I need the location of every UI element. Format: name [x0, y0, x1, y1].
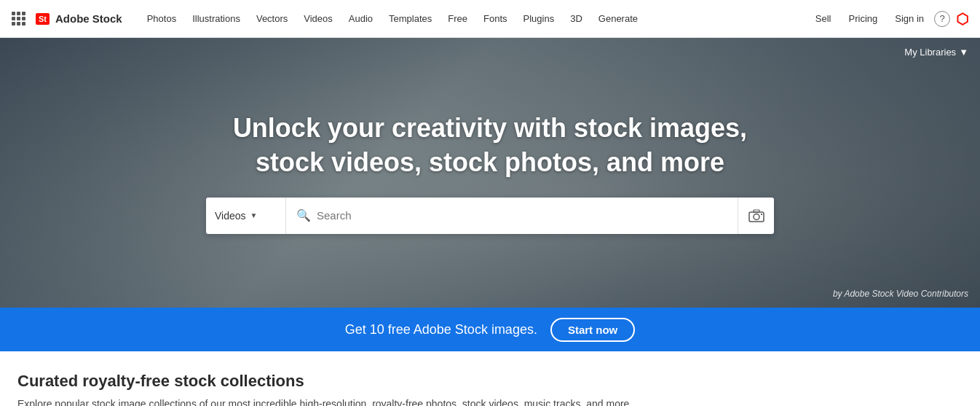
nav-plugins[interactable]: Plugins	[516, 9, 562, 28]
adobe-logo-icon[interactable]: ⬡	[956, 10, 968, 28]
search-input-area: 🔍	[286, 208, 738, 222]
svg-rect-2	[754, 210, 759, 212]
hero-content: Unlock your creativity with stock images…	[206, 112, 774, 234]
nav-audio[interactable]: Audio	[341, 9, 380, 28]
curated-title: Curated royalty-free stock collections	[17, 372, 963, 391]
logo-text[interactable]: Adobe Stock	[55, 12, 122, 25]
nav-photos[interactable]: Photos	[140, 9, 183, 28]
nav-pricing[interactable]: Pricing	[842, 9, 885, 28]
my-libraries-button[interactable]: My Libraries ▼	[904, 47, 968, 58]
curated-description: Explore popular stock image collections …	[17, 397, 963, 406]
nav-fonts[interactable]: Fonts	[476, 9, 515, 28]
search-input[interactable]	[317, 209, 727, 222]
visual-search-button[interactable]	[738, 198, 774, 234]
curated-section: Curated royalty-free stock collections E…	[0, 351, 980, 406]
nav-vectors[interactable]: Vectors	[249, 9, 295, 28]
promo-banner: Get 10 free Adobe Stock images. Start no…	[0, 308, 980, 351]
search-category-dropdown[interactable]: Videos ▼	[206, 198, 286, 234]
search-icon: 🔍	[296, 208, 311, 222]
help-icon[interactable]: ?	[934, 11, 950, 27]
svg-rect-3	[761, 214, 762, 215]
hero-title: Unlock your creativity with stock images…	[233, 112, 747, 180]
nav-signin[interactable]: Sign in	[888, 9, 931, 28]
hero-section: My Libraries ▼ Unlock your creativity wi…	[0, 38, 980, 308]
promo-text: Get 10 free Adobe Stock images.	[345, 322, 537, 337]
apps-grid-icon[interactable]	[12, 12, 25, 26]
hero-attribution: by Adobe Stock Video Contributors	[833, 289, 968, 299]
nav-illustrations[interactable]: Illustrations	[185, 9, 248, 28]
nav-generate[interactable]: Generate	[591, 9, 645, 28]
nav-right: Sell Pricing Sign in ? ⬡	[808, 9, 968, 28]
nav-templates[interactable]: Templates	[382, 9, 439, 28]
nav-sell[interactable]: Sell	[808, 9, 839, 28]
navbar: St Adobe Stock Photos Illustrations Vect…	[0, 0, 980, 38]
chevron-down-icon: ▼	[959, 47, 968, 58]
svg-point-1	[754, 214, 759, 219]
start-now-button[interactable]: Start now	[550, 318, 635, 342]
nav-3d[interactable]: 3D	[563, 9, 590, 28]
nav-left: St Adobe Stock Photos Illustrations Vect…	[12, 9, 645, 28]
nav-free[interactable]: Free	[440, 9, 475, 28]
search-bar: Videos ▼ 🔍	[206, 198, 774, 234]
nav-links: Photos Illustrations Vectors Videos Audi…	[140, 9, 645, 28]
logo-badge: St	[36, 13, 50, 25]
dropdown-chevron-icon: ▼	[250, 211, 258, 219]
search-category-label: Videos	[215, 210, 246, 222]
nav-videos[interactable]: Videos	[296, 9, 340, 28]
